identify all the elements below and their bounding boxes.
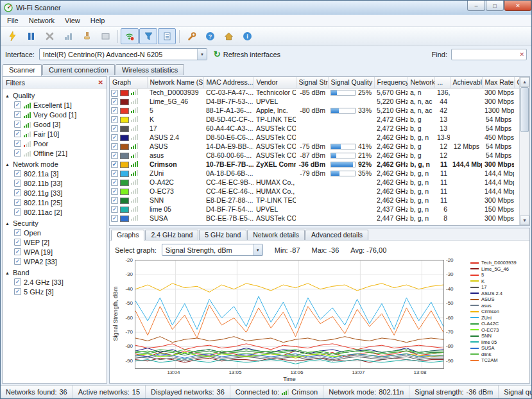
minimize-button[interactable]: –: [467, 1, 485, 11]
filter-group-header[interactable]: ▲Quality: [4, 91, 105, 100]
table-row[interactable]: ✓ASUS 2.4D8-50-E6-C6-...ASUSTek COM...2,…: [110, 133, 519, 142]
filter-group-header[interactable]: ▲Security: [4, 219, 105, 228]
filter-item[interactable]: ✓Fair [10]: [4, 129, 105, 139]
filter-item[interactable]: ✓802.11a [3]: [4, 169, 105, 178]
scroll-track[interactable]: [520, 133, 529, 216]
filter-item[interactable]: ✓Poor: [4, 139, 105, 148]
filter-item[interactable]: ✓Open: [4, 228, 105, 237]
checkbox[interactable]: ✓: [111, 90, 118, 97]
titlebar[interactable]: Wi-Fi Scanner – □ ✕: [1, 1, 531, 15]
report-button[interactable]: [158, 28, 176, 44]
filter-item[interactable]: ✓5 GHz [3]: [4, 287, 105, 296]
scroll-thumb[interactable]: [520, 87, 529, 132]
checkbox[interactable]: ✓: [111, 125, 118, 132]
filter-item[interactable]: ✓802.11g [33]: [4, 188, 105, 198]
collapse-icon[interactable]: ▲: [5, 271, 10, 275]
tab-advanced-details[interactable]: Advanced details: [305, 230, 368, 240]
column-header-signal-quality[interactable]: Signal Quality: [328, 77, 374, 88]
tab-scanner[interactable]: Scanner: [3, 64, 42, 76]
checkbox[interactable]: ✓: [14, 239, 21, 246]
clear-find-icon[interactable]: ✕: [519, 51, 524, 58]
filter-item[interactable]: ✓Offline [21]: [4, 148, 105, 158]
table-row[interactable]: ✓Lime_5G_46D4-BF-7F-53-...UPVEL5,220 GHz…: [110, 97, 519, 106]
checkbox[interactable]: ✓: [111, 170, 118, 177]
filter-item[interactable]: ✓Very Good [1]: [4, 110, 105, 119]
table-row[interactable]: ✓1760-A4-4C-A3-...ASUSTek COM...2,472 GH…: [110, 124, 519, 133]
checkbox[interactable]: ✓: [111, 116, 118, 123]
checkbox[interactable]: ✓: [111, 143, 118, 150]
checkbox[interactable]: ✓: [14, 180, 21, 187]
table-row[interactable]: ✓SUSABC-EE-7B-E5-...ASUSTek COM...2,447 …: [110, 214, 519, 223]
scan-button[interactable]: [3, 28, 21, 44]
delete-button[interactable]: [40, 28, 58, 44]
table-row[interactable]: ✓KD8-5D-4C-CF-...TP-LINK TECH...2,472 GH…: [110, 115, 519, 124]
column-header-signal-str[interactable]: Signal Str...: [296, 77, 328, 88]
help-button[interactable]: ?: [201, 28, 219, 44]
checkbox[interactable]: ✓: [14, 101, 21, 108]
table-row[interactable]: ✓lime 05D4-BF-7F-54-...UPVEL2,437 GHzb, …: [110, 205, 519, 214]
wifi-capture-button[interactable]: [121, 28, 139, 44]
column-header-achievable[interactable]: Achievable ...: [450, 77, 482, 88]
table-row[interactable]: ✓Crimson10-7B-EF-7B-...ZyXEL Comm...-36 …: [110, 160, 519, 169]
checkbox[interactable]: ✓: [14, 229, 21, 236]
scroll-up-arrow[interactable]: ▲: [520, 77, 529, 87]
column-header-frequency[interactable]: Frequency: [374, 77, 408, 88]
checkbox[interactable]: ✓: [14, 121, 21, 128]
collapse-icon[interactable]: ▲: [5, 94, 10, 98]
home-button[interactable]: [219, 28, 237, 44]
checkbox[interactable]: ✓: [14, 278, 21, 285]
find-input[interactable]: ✕: [451, 49, 527, 60]
checkbox[interactable]: ✓: [14, 248, 21, 255]
checkbox[interactable]: ✓: [111, 188, 118, 195]
export-button[interactable]: [96, 28, 114, 44]
interface-select[interactable]: Intel(R) Centrino(R) Advanced-N 6205 ▼: [39, 48, 207, 60]
checkbox[interactable]: ✓: [111, 107, 118, 114]
menu-help[interactable]: Help: [85, 15, 110, 26]
collapse-icon[interactable]: ▲: [5, 221, 10, 226]
tab-wireless-statistics[interactable]: Wireless statistics: [116, 64, 184, 75]
menu-view[interactable]: View: [60, 15, 85, 26]
close-filters-icon[interactable]: ✕: [98, 79, 103, 86]
checkbox[interactable]: ✓: [14, 208, 21, 216]
collapse-icon[interactable]: ▲: [5, 162, 10, 167]
refresh-interfaces-button[interactable]: ↻ Refresh interfaces: [214, 50, 280, 58]
column-header-max-rate[interactable]: Max Rate: [482, 77, 514, 88]
filter-group-header[interactable]: ▲Band: [4, 268, 105, 277]
tab-current-connection[interactable]: Current connection: [42, 64, 115, 75]
checkbox[interactable]: ✓: [111, 215, 118, 222]
checkbox[interactable]: ✓: [14, 258, 21, 265]
vertical-scrollbar[interactable]: ▲ ▼: [519, 77, 529, 225]
table-row[interactable]: ✓ASUS14-DA-E9-BB-...ASUSTek COM...-75 dB…: [110, 142, 519, 151]
filter-item[interactable]: ✓Excellent [1]: [4, 100, 105, 110]
checkbox[interactable]: ✓: [14, 130, 21, 137]
filter-item[interactable]: ✓WPA [19]: [4, 247, 105, 257]
column-header-network[interactable]: Network ...: [408, 77, 434, 88]
settings-button[interactable]: [182, 28, 200, 44]
table-row[interactable]: ✓asusC8-60-00-66-...ASUSTek COM...-87 dB…: [110, 151, 519, 160]
filter-item[interactable]: ✓2.4 GHz [33]: [4, 277, 105, 287]
filter-item[interactable]: ✓802.11n [25]: [4, 198, 105, 207]
filter-item[interactable]: ✓WPA2 [33]: [4, 257, 105, 266]
close-button[interactable]: ✕: [504, 1, 531, 11]
column-header-network-name-ssid[interactable]: Network Name (SSID): [147, 77, 203, 88]
checkbox[interactable]: ✓: [14, 170, 21, 177]
column-header-chann[interactable]: Chann...: [514, 77, 519, 88]
tab-5-ghz-band[interactable]: 5 GHz band: [199, 230, 246, 240]
checkbox[interactable]: ✓: [111, 161, 118, 168]
tab-network-details[interactable]: Network details: [247, 230, 305, 240]
checkbox[interactable]: ✓: [14, 149, 21, 157]
checkbox[interactable]: ✓: [111, 179, 118, 186]
checkbox[interactable]: ✓: [14, 189, 21, 196]
checkbox[interactable]: ✓: [14, 288, 21, 295]
checkbox[interactable]: ✓: [111, 197, 118, 204]
filter-item[interactable]: ✓802.11ac [2]: [4, 207, 105, 217]
pause-button[interactable]: [22, 28, 40, 44]
table-row[interactable]: ✓Tech_D0003939CC-03-FA-47-...Technicolor…: [110, 88, 519, 97]
scroll-down-arrow[interactable]: ▼: [520, 216, 529, 225]
table-row[interactable]: ✓O-EC73CC-4E-EC-46-...HUMAX Co., Ltd.2,4…: [110, 187, 519, 196]
table-row[interactable]: ✓SNNE8-DE-27-88-...TP-LINK TECH...2,462 …: [110, 196, 519, 205]
table-row[interactable]: ✓ZUni0A-18-D6-6B-...-79 dBm35%2,462 GHzb…: [110, 169, 519, 178]
clear-button[interactable]: [78, 28, 96, 44]
checkbox[interactable]: ✓: [14, 111, 21, 118]
checkbox[interactable]: ✓: [14, 140, 21, 147]
